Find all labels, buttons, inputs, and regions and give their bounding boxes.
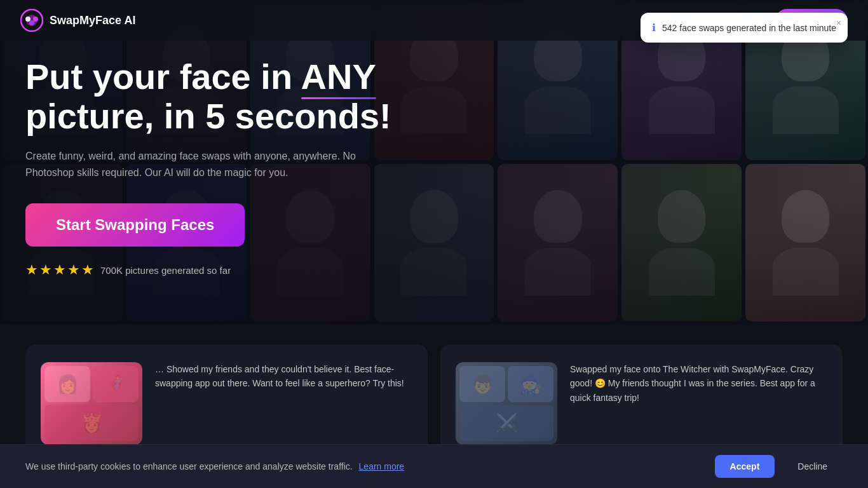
- notification-close-button[interactable]: ×: [836, 18, 841, 28]
- cta-start-swapping-button[interactable]: Start Swapping Faces: [25, 203, 245, 247]
- hero-title-part1: Put your face in: [25, 57, 301, 97]
- svg-point-2: [25, 17, 31, 22]
- hero-content: Put your face in ANY picture, in 5 secon…: [0, 57, 445, 278]
- stats-text: 700K pictures generated so far: [100, 265, 231, 276]
- cookie-accept-button[interactable]: Accept: [715, 455, 775, 478]
- logo-icon: [20, 9, 43, 32]
- hero-section: Put your face in ANY picture, in 5 secon…: [0, 0, 868, 324]
- star-3: ★: [53, 262, 66, 278]
- cookie-decline-button[interactable]: Decline: [782, 455, 843, 478]
- star-rating: ★ ★ ★ ★ ★: [25, 262, 94, 278]
- testimonial-text-2: Swapped my face onto The Witcher with Sw…: [570, 362, 827, 405]
- star-5-half: ★: [81, 262, 94, 278]
- notification-popup: ℹ 542 face swaps generated in the last m…: [641, 13, 848, 43]
- testimonial-image-1: 👩 🦸‍♀️ 👸: [41, 362, 142, 445]
- cookie-banner: We use third-party cookies to enhance us…: [0, 444, 868, 488]
- logo[interactable]: SwapMyFace AI: [20, 9, 135, 32]
- star-2: ★: [39, 262, 52, 278]
- hero-title-highlight: ANY: [301, 57, 376, 97]
- cookie-text: We use third-party cookies to enhance us…: [25, 461, 695, 471]
- notification-message: 542 face swaps generated in the last min…: [662, 23, 836, 33]
- hero-title: Put your face in ANY picture, in 5 secon…: [25, 57, 419, 135]
- star-1: ★: [25, 262, 38, 278]
- brand-name: SwapMyFace AI: [50, 14, 135, 27]
- cookie-buttons: Accept Decline: [715, 455, 843, 478]
- rating-row: ★ ★ ★ ★ ★ 700K pictures generated so far: [25, 262, 419, 278]
- cookie-learn-more-link[interactable]: Learn more: [359, 461, 405, 471]
- svg-point-4: [29, 20, 34, 25]
- testimonial-text-1: … Showed my friends and they couldn't be…: [155, 362, 412, 391]
- hero-subtitle: Create funny, weird, and amazing face sw…: [25, 148, 381, 180]
- hero-title-part2: picture, in 5 seconds!: [25, 96, 391, 136]
- testimonial-image-2: 👦 🧙 ⚔️: [456, 362, 557, 445]
- star-4: ★: [67, 262, 80, 278]
- info-icon: ℹ: [652, 22, 656, 34]
- svg-point-3: [33, 17, 38, 22]
